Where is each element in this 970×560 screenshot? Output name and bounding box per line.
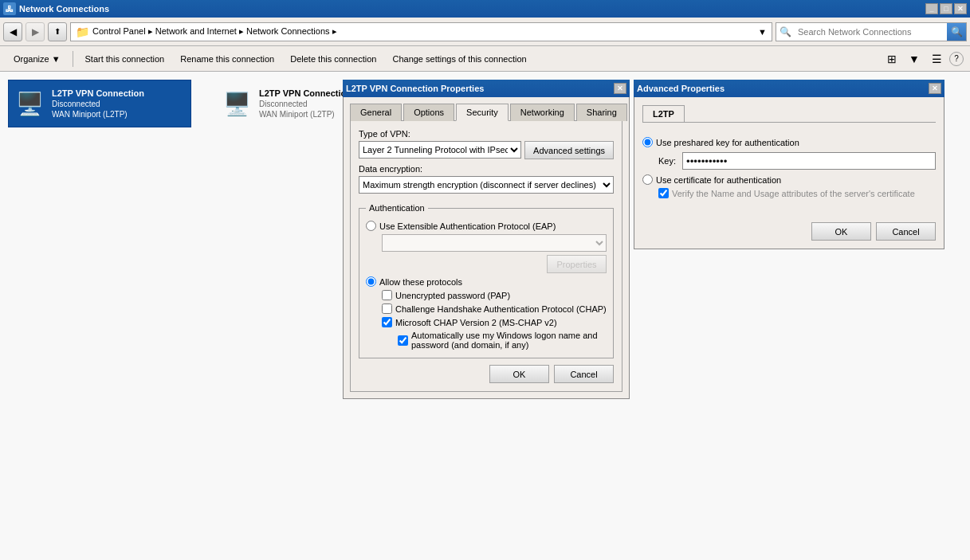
tab-security[interactable]: Security [456,104,509,121]
content-area: 🖥️ L2TP VPN Connection Disconnected WAN … [0,72,970,560]
eap-select[interactable] [382,234,607,252]
vpn-ok-button[interactable]: OK [489,365,549,383]
window-title: Network Connections [19,4,925,14]
up-button[interactable]: ⬆ [48,22,67,41]
breadcrumb[interactable]: 📁 Control Panel ▸ Network and Internet ▸… [70,22,772,41]
allow-protocols-label: Allow these protocols [379,277,462,287]
back-button[interactable]: ◀ [3,22,22,41]
eap-radio-row: Use Extensible Authentication Protocol (… [366,221,607,231]
conn-icon-l2tp2: 🖥️ [221,88,253,119]
key-input[interactable] [682,152,936,170]
organize-button[interactable]: Organize ▼ [6,49,68,69]
vpn-tab-bar: General Options Security Networking Shar… [350,104,622,121]
search-button[interactable]: 🔍 [947,23,966,41]
search-icon: 🔍 [776,26,795,37]
vpn-properties-dialog: L2TP VPN Connection Properties ✕ General… [343,80,630,399]
verify-label: Verify the Name and Usage attributes of … [672,189,915,198]
delete-connection-label: Delete this connection [290,54,376,64]
organize-label: Organize [14,54,49,64]
key-row: Key: [658,152,936,170]
start-connection-label: Start this connection [85,54,165,64]
allow-protocols-radio-row: Allow these protocols [366,276,607,287]
view-list-button[interactable]: ☰ [927,49,946,69]
address-bar: ◀ ▶ ⬆ 📁 Control Panel ▸ Network and Inte… [0,18,970,46]
advanced-settings-button[interactable]: Advanced settings [524,141,614,159]
vpn-security-tab-content: Type of VPN: AutomaticPoint to Point Tun… [350,120,622,392]
conn-icon-l2tp1: 🖥️ [14,88,45,119]
rename-connection-button[interactable]: Rename this connection [173,49,281,69]
vpn-dialog-title: L2TP VPN Connection Properties [346,84,614,93]
eap-select-row [382,234,607,252]
protocol-checkboxes: Unencrypted password (PAP) Challenge Han… [382,290,607,350]
organize-dropdown-icon: ▼ [52,54,61,64]
adv-cancel-button[interactable]: Cancel [876,222,936,241]
vpn-dialog-close[interactable]: ✕ [614,83,626,94]
delete-connection-button[interactable]: Delete this connection [283,49,383,69]
eap-properties-button[interactable]: Properties [547,255,607,273]
advanced-properties-dialog: Advanced Properties ✕ L2TP Use preshared… [634,80,944,249]
start-connection-button[interactable]: Start this connection [78,49,172,69]
pap-label: Unencrypted password (PAP) [395,291,510,300]
maximize-button[interactable]: □ [940,3,952,14]
type-vpn-row: AutomaticPoint to Point Tunneling Protoc… [359,141,614,159]
change-settings-label: Change settings of this connection [392,54,526,64]
tab-sharing[interactable]: Sharing [576,104,627,121]
chap-row: Challenge Handshake Authentication Proto… [382,303,607,314]
chap-label: Challenge Handshake Authentication Proto… [395,304,607,314]
app-icon: 🖧 [3,2,16,15]
adv-tab-l2tp[interactable]: L2TP [642,105,685,122]
breadcrumb-dropdown-icon[interactable]: ▼ [758,27,767,37]
allow-protocols-radio[interactable] [366,276,376,287]
conn-name-l2tp1: L2TP VPN Connection [52,88,144,98]
adv-tab-bar: L2TP [642,105,936,123]
adv-dialog-body: L2TP Use preshared key for authenticatio… [634,97,944,249]
view-grid-button[interactable]: ⊞ [882,49,901,69]
pap-checkbox[interactable] [382,290,392,300]
conn-type-l2tp1: WAN Miniport (L2TP) [52,110,144,119]
data-encryption-label: Data encryption: [359,164,614,174]
adv-tab-content: Use preshared key for authentication Key… [642,129,936,206]
tab-networking[interactable]: Networking [510,104,575,121]
preshared-radio[interactable] [642,137,653,147]
tab-options[interactable]: Options [403,104,454,121]
connection-item-l2tp1[interactable]: 🖥️ L2TP VPN Connection Disconnected WAN … [8,80,191,127]
rename-connection-label: Rename this connection [180,54,274,64]
eap-radio[interactable] [366,221,376,231]
vpn-cancel-button[interactable]: Cancel [554,365,614,383]
window-controls[interactable]: _ □ ✕ [925,3,967,14]
type-vpn-select[interactable]: AutomaticPoint to Point Tunneling Protoc… [359,141,521,159]
breadcrumb-text: Control Panel ▸ Network and Internet ▸ N… [92,26,337,37]
authentication-fieldset: Authentication Use Extensible Authentica… [359,203,614,358]
eap-properties-row: Properties [366,255,607,273]
chap-checkbox[interactable] [382,303,392,314]
forward-button[interactable]: ▶ [26,22,45,41]
change-settings-button[interactable]: Change settings of this connection [385,49,533,69]
minimize-button[interactable]: _ [925,3,938,14]
mschapv2-checkbox[interactable] [382,317,392,327]
preshared-label: Use preshared key for authentication [656,138,799,147]
adv-dialog-titlebar: Advanced Properties ✕ [634,80,944,97]
auth-legend: Authentication [366,203,428,213]
toolbar-right: ⊞ ▼ ☰ ? [882,49,964,69]
help-button[interactable]: ? [949,52,964,66]
view-dropdown-button[interactable]: ▼ [905,49,924,69]
toolbar: Organize ▼ Start this connection Rename … [0,46,970,72]
data-encryption-select[interactable]: No encryption allowed (server will disco… [359,176,614,194]
adv-ok-button[interactable]: OK [811,222,871,241]
tab-general[interactable]: General [350,104,402,121]
pap-row: Unencrypted password (PAP) [382,290,607,300]
certificate-radio[interactable] [642,174,653,185]
mschap-row: Microsoft CHAP Version 2 (MS-CHAP v2) [382,317,607,327]
vpn-dialog-body: General Options Security Networking Shar… [343,97,630,399]
autologon-checkbox[interactable] [398,335,408,346]
breadcrumb-icon: 📁 [76,25,89,38]
close-button[interactable]: ✕ [954,3,967,14]
key-label: Key: [658,156,676,166]
type-vpn-label: Type of VPN: [359,129,614,139]
adv-dialog-close[interactable]: ✕ [929,83,941,94]
adv-dialog-title: Advanced Properties [637,84,929,93]
search-input[interactable] [795,27,947,37]
toolbar-separator-1 [73,51,73,67]
verify-checkbox[interactable] [658,188,669,198]
vpn-dialog-titlebar: L2TP VPN Connection Properties ✕ [343,80,630,97]
